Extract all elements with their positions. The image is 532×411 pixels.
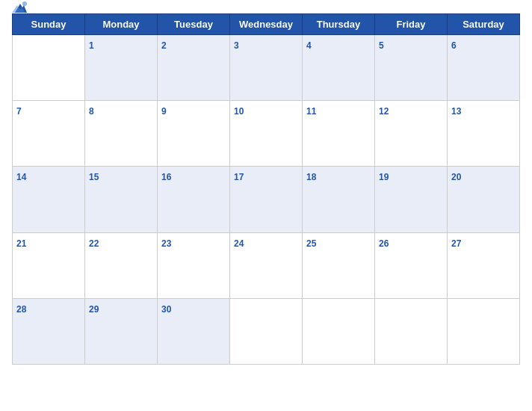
day-cell: 27	[448, 232, 520, 298]
day-cell	[303, 298, 375, 364]
day-cell: 21	[13, 232, 85, 298]
day-number: 24	[234, 238, 244, 249]
day-number: 28	[16, 304, 26, 315]
day-header-saturday: Saturday	[448, 14, 520, 35]
day-number: 1	[89, 40, 94, 51]
day-cell: 22	[85, 232, 158, 298]
calendar-wrapper: SundayMondayTuesdayWednesdayThursdayFrid…	[0, 0, 532, 411]
week-row-4: 21222324252627	[13, 232, 520, 298]
day-cell	[375, 298, 448, 364]
svg-point-2	[22, 1, 27, 6]
day-number: 8	[89, 106, 94, 117]
day-number: 26	[379, 238, 389, 249]
day-header-tuesday: Tuesday	[158, 14, 230, 35]
day-cell: 12	[375, 101, 448, 167]
day-cell: 3	[230, 35, 303, 101]
day-number: 18	[306, 172, 316, 182]
day-number: 15	[89, 172, 99, 182]
week-row-5: 282930	[13, 298, 520, 364]
day-number: 13	[451, 106, 461, 117]
day-cell: 28	[13, 298, 85, 364]
day-cell: 24	[230, 232, 303, 298]
day-number: 17	[234, 172, 244, 182]
day-cell: 7	[13, 101, 85, 167]
days-header-row: SundayMondayTuesdayWednesdayThursdayFrid…	[13, 14, 520, 35]
day-number: 25	[306, 238, 316, 249]
day-header-sunday: Sunday	[13, 14, 85, 35]
day-cell: 25	[303, 232, 375, 298]
day-cell: 13	[448, 101, 520, 167]
day-number: 5	[379, 40, 384, 51]
day-number: 30	[161, 304, 171, 315]
day-cell	[448, 298, 520, 364]
day-number: 6	[451, 40, 457, 51]
week-row-3: 14151617181920	[13, 167, 520, 232]
day-header-monday: Monday	[85, 14, 158, 35]
day-header-wednesday: Wednesday	[230, 14, 303, 35]
day-cell: 9	[158, 101, 230, 167]
day-number: 11	[306, 106, 316, 117]
week-row-2: 78910111213	[13, 101, 520, 167]
day-number: 14	[16, 172, 26, 182]
day-cell: 4	[303, 35, 375, 101]
day-number: 12	[379, 106, 389, 117]
day-cell: 18	[303, 167, 375, 232]
day-cell: 8	[85, 101, 158, 167]
day-cell: 6	[448, 35, 520, 101]
day-header-friday: Friday	[375, 14, 448, 35]
day-number: 7	[16, 106, 22, 117]
day-number: 21	[16, 238, 26, 249]
day-cell: 11	[303, 101, 375, 167]
day-cell: 10	[230, 101, 303, 167]
day-cell: 20	[448, 167, 520, 232]
week-row-1: 123456	[13, 35, 520, 101]
day-number: 4	[306, 40, 312, 51]
day-cell: 15	[85, 167, 158, 232]
day-number: 10	[234, 106, 244, 117]
day-cell: 2	[158, 35, 230, 101]
day-number: 23	[161, 238, 171, 249]
day-cell: 26	[375, 232, 448, 298]
day-number: 2	[161, 40, 167, 51]
day-cell: 16	[158, 167, 230, 232]
day-cell: 14	[13, 167, 85, 232]
day-cell: 5	[375, 35, 448, 101]
day-number: 19	[379, 172, 389, 182]
calendar-table: SundayMondayTuesdayWednesdayThursdayFrid…	[12, 13, 520, 365]
logo-area	[12, 0, 34, 16]
day-number: 3	[234, 40, 239, 51]
day-number: 20	[451, 172, 461, 182]
day-cell: 19	[375, 167, 448, 232]
day-cell: 1	[85, 35, 158, 101]
day-header-thursday: Thursday	[303, 14, 375, 35]
day-number: 29	[89, 304, 99, 315]
day-number: 27	[451, 238, 461, 249]
logo-icon	[12, 0, 28, 16]
day-cell	[13, 35, 85, 101]
day-cell: 23	[158, 232, 230, 298]
day-cell	[230, 298, 303, 364]
day-number: 9	[161, 106, 167, 117]
day-cell: 29	[85, 298, 158, 364]
day-cell: 30	[158, 298, 230, 364]
day-number: 22	[89, 238, 99, 249]
day-number: 16	[161, 172, 171, 182]
day-cell: 17	[230, 167, 303, 232]
